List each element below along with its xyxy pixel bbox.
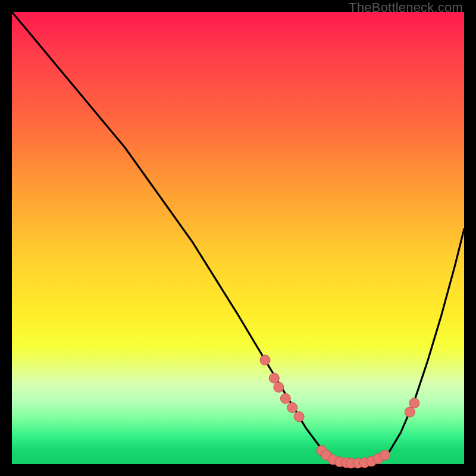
data-point	[280, 393, 290, 403]
chart-svg	[12, 12, 464, 464]
data-point	[405, 407, 415, 417]
watermark-text: TheBottleneck.com	[349, 0, 463, 15]
data-point	[260, 355, 270, 365]
data-point	[380, 450, 390, 460]
bottleneck-curve	[12, 12, 464, 464]
chart-frame: TheBottleneck.com	[0, 0, 476, 476]
data-point	[409, 398, 419, 408]
data-point	[294, 412, 304, 422]
data-point	[269, 373, 279, 383]
data-point	[274, 382, 284, 392]
data-point	[287, 403, 298, 413]
data-markers	[260, 355, 419, 468]
